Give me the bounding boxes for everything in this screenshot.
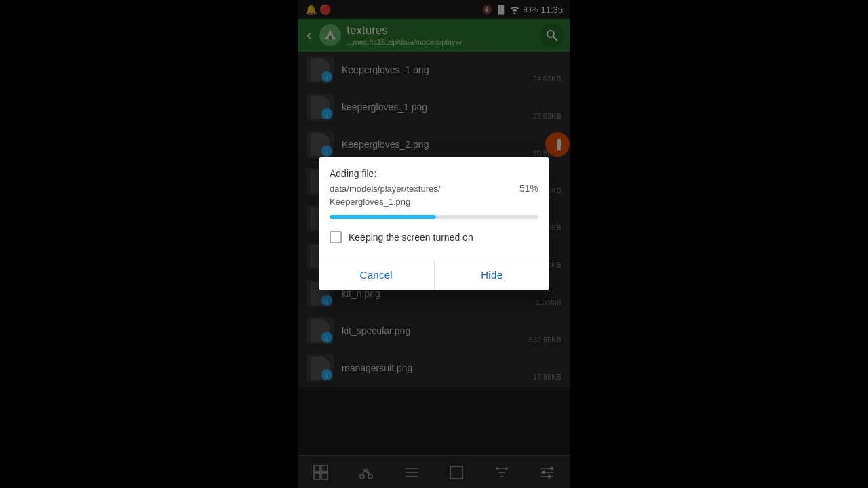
cancel-button[interactable]: Cancel: [319, 260, 434, 290]
progress-dialog: Adding file: data/models/player/textures…: [319, 157, 549, 289]
dialog-adding-label: Adding file:: [330, 168, 538, 179]
dialog-file-path: data/models/player/textures/Keepergloves…: [330, 183, 514, 207]
keep-screen-on-checkbox[interactable]: [330, 231, 342, 243]
hide-button[interactable]: Hide: [435, 260, 550, 290]
dialog-overlay: Adding file: data/models/player/textures…: [298, 0, 570, 488]
dialog-progress-fill: [330, 215, 436, 219]
dialog-percent: 51%: [519, 183, 538, 194]
dialog-progress-bar: [330, 215, 538, 219]
keep-screen-on-label: Keeping the screen turned on: [349, 232, 473, 243]
dialog-checkbox-row: Keeping the screen turned on: [330, 228, 538, 246]
dialog-file-row: data/models/player/textures/Keepergloves…: [330, 183, 538, 207]
phone-screen: 🔔 🔴 🔇 ▐▌ 93% 11:35 ‹ textures ...mes.fts…: [298, 0, 570, 488]
dialog-body: Adding file: data/models/player/textures…: [319, 157, 549, 259]
dialog-buttons: Cancel Hide: [319, 260, 549, 290]
